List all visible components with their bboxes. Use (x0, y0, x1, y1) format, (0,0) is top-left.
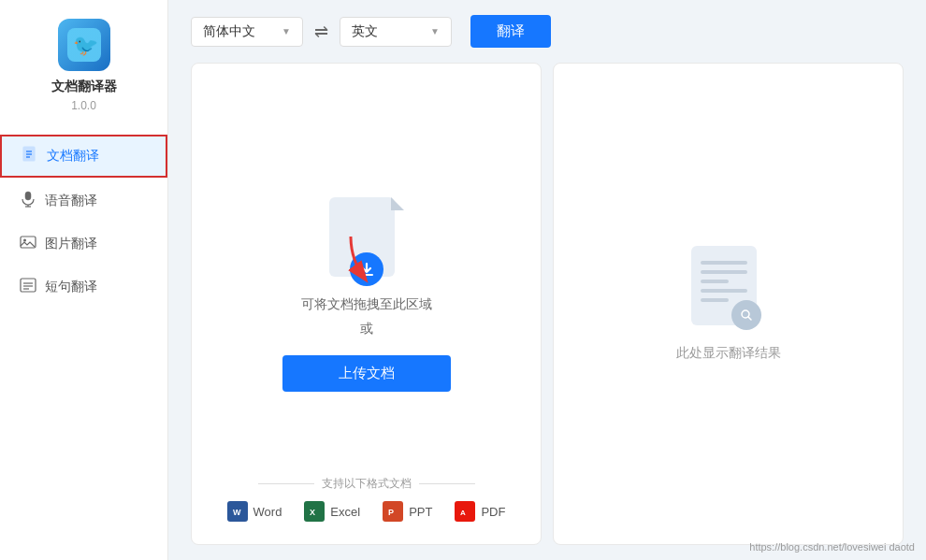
svg-text:X: X (310, 508, 315, 517)
source-lang-select[interactable]: 简体中文 ▼ (191, 17, 303, 47)
swap-button[interactable]: ⇌ (314, 22, 328, 42)
nav-items: 文档翻译 语音翻译 图片翻译 (0, 135, 167, 307)
sidebar-item-doc-translate-label: 文档翻译 (47, 148, 99, 165)
app-version: 1.0.0 (71, 99, 96, 112)
svg-text:P: P (388, 508, 394, 517)
result-file-icon (691, 246, 766, 330)
svg-text:W: W (233, 508, 241, 517)
sidebar: 🐦 文档翻译器 1.0.0 文档翻译 (0, 0, 168, 560)
upload-center: 可将文档拖拽至此区域 或 上传文档 (282, 197, 451, 391)
source-lang-chevron: ▼ (282, 26, 291, 36)
sidebar-item-sentence-translate-label: 短句翻译 (45, 279, 97, 295)
ppt-icon: P (383, 501, 403, 522)
formats-title: 支持以下格式文档 (258, 476, 475, 492)
pdf-icon: A (455, 501, 475, 522)
target-lang-select[interactable]: 英文 ▼ (340, 17, 452, 47)
svg-line-21 (748, 317, 751, 320)
format-excel: X Excel (304, 501, 360, 522)
text-icon (19, 277, 37, 297)
sidebar-item-image-translate-label: 图片翻译 (45, 236, 97, 252)
formats-section: 支持以下格式文档 W Word X (192, 476, 541, 522)
target-lang-label: 英文 (352, 23, 378, 40)
format-excel-label: Excel (330, 505, 360, 519)
download-badge (350, 252, 383, 286)
result-file-bg (691, 246, 757, 325)
sidebar-item-image-translate[interactable]: 图片翻译 (0, 224, 167, 264)
result-placeholder-text: 此处显示翻译结果 (676, 345, 781, 362)
result-line-4 (701, 289, 747, 293)
sidebar-item-doc-translate[interactable]: 文档翻译 (0, 135, 167, 178)
result-line-1 (701, 261, 747, 265)
watermark: https://blog.csdn.net/lovesiwei daotd (749, 541, 915, 553)
result-line-5 (701, 298, 729, 302)
sidebar-item-voice-translate-label: 语音翻译 (45, 193, 97, 209)
format-ppt-label: PPT (409, 505, 432, 519)
mic-icon (19, 191, 37, 211)
svg-text:🐦: 🐦 (73, 33, 99, 58)
target-lang-chevron: ▼ (430, 26, 440, 36)
main-content: 简体中文 ▼ ⇌ 英文 ▼ 翻译 (168, 0, 926, 560)
format-pdf: A PDF (455, 501, 505, 522)
format-word: W Word (227, 501, 282, 522)
format-ppt: P PPT (383, 501, 432, 522)
app-name: 文档翻译器 (51, 79, 117, 95)
image-icon (19, 234, 37, 254)
sidebar-item-sentence-translate[interactable]: 短句翻译 (0, 267, 167, 307)
upload-button[interactable]: 上传文档 (282, 355, 451, 392)
drag-text: 可将文档拖拽至此区域 或 (301, 293, 432, 339)
doc-icon (21, 146, 39, 166)
format-pdf-label: PDF (481, 505, 505, 519)
sidebar-item-voice-translate[interactable]: 语音翻译 (0, 181, 167, 221)
excel-icon: X (304, 501, 325, 522)
upload-panel: 可将文档拖拽至此区域 或 上传文档 支持以下格式文档 W (191, 63, 542, 545)
content-area: 可将文档拖拽至此区域 或 上传文档 支持以下格式文档 W (168, 63, 926, 560)
file-icon-container (329, 197, 404, 281)
formats-list: W Word X Excel (227, 501, 506, 522)
result-search-badge (731, 300, 761, 330)
svg-text:A: A (460, 509, 466, 517)
translate-button[interactable]: 翻译 (470, 15, 551, 48)
svg-rect-6 (25, 192, 31, 200)
result-line-2 (701, 270, 747, 274)
result-panel: 此处显示翻译结果 (553, 63, 904, 545)
svg-point-10 (23, 239, 26, 242)
result-file-lines (701, 261, 747, 302)
toolbar: 简体中文 ▼ ⇌ 英文 ▼ 翻译 (168, 0, 926, 63)
svg-rect-11 (21, 279, 36, 292)
source-lang-label: 简体中文 (203, 23, 255, 40)
app-logo: 🐦 (58, 19, 110, 71)
word-icon: W (227, 501, 248, 522)
file-icon-corner (391, 197, 404, 210)
result-line-3 (701, 280, 729, 283)
format-word-label: Word (253, 505, 282, 519)
